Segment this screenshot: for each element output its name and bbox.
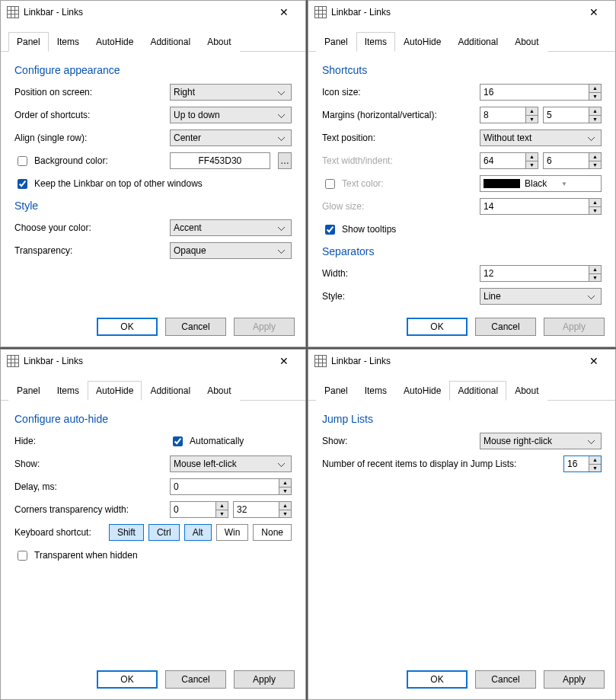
cancel-button[interactable]: Cancel: [475, 670, 536, 689]
textcolor-checkbox[interactable]: [325, 179, 335, 189]
cancel-button[interactable]: Cancel: [475, 318, 536, 336]
spinner-down-icon[interactable]: ▼: [216, 510, 228, 518]
tab-additional[interactable]: Additional: [142, 381, 199, 401]
ontop-checkbox[interactable]: [18, 179, 27, 189]
spinner-up-icon[interactable]: ▲: [279, 479, 291, 487]
align-select[interactable]: Center: [170, 129, 292, 146]
spinner-up-icon[interactable]: ▲: [216, 502, 228, 510]
tab-panel[interactable]: Panel: [316, 381, 356, 401]
spinner-up-icon[interactable]: ▲: [589, 199, 601, 207]
shift-toggle[interactable]: Shift: [109, 524, 144, 541]
tab-about[interactable]: About: [199, 32, 239, 52]
textcolor-checkbox-label[interactable]: Text color:: [322, 177, 480, 191]
tab-additional[interactable]: Additional: [449, 381, 506, 401]
textwidth-b-input[interactable]: [544, 153, 589, 168]
ok-button[interactable]: OK: [97, 318, 158, 336]
color-select[interactable]: Accent: [170, 219, 292, 236]
ok-button[interactable]: OK: [407, 318, 468, 336]
tab-panel[interactable]: Panel: [8, 32, 49, 52]
spinner-up-icon[interactable]: ▲: [526, 153, 538, 161]
ontop-checkbox-label[interactable]: Keep the Linkbar on top of other windows: [14, 177, 292, 191]
order-select[interactable]: Up to down: [170, 107, 292, 123]
apply-button[interactable]: Apply: [544, 670, 605, 689]
spinner-up-icon[interactable]: ▲: [279, 502, 291, 510]
cancel-button[interactable]: Cancel: [165, 318, 226, 336]
delay-input[interactable]: [171, 479, 279, 494]
auto-checkbox-label[interactable]: Automatically: [170, 434, 292, 449]
glow-label: Glow size:: [322, 201, 480, 212]
close-button[interactable]: ✕: [579, 2, 609, 23]
spinner-up-icon[interactable]: ▲: [589, 85, 601, 93]
close-button[interactable]: ✕: [579, 350, 609, 372]
spinner-up-icon[interactable]: ▲: [589, 153, 601, 161]
spinner-up-icon[interactable]: ▲: [589, 456, 601, 465]
close-button[interactable]: ✕: [269, 2, 299, 23]
spinner-down-icon[interactable]: ▼: [279, 487, 291, 495]
tooltips-checkbox[interactable]: [325, 225, 335, 235]
show-select[interactable]: Mouse left-click: [170, 455, 292, 472]
tab-autohide[interactable]: AutoHide: [88, 32, 142, 52]
ctrl-toggle[interactable]: Ctrl: [148, 524, 180, 541]
spinner-down-icon[interactable]: ▼: [589, 93, 601, 101]
position-select[interactable]: Right: [170, 84, 292, 101]
spinner-down-icon[interactable]: ▼: [589, 465, 601, 472]
spinner-down-icon[interactable]: ▼: [589, 274, 601, 282]
spinner-down-icon[interactable]: ▼: [526, 116, 538, 123]
textpos-select[interactable]: Without text: [480, 129, 602, 146]
tab-additional[interactable]: Additional: [142, 32, 199, 52]
sep-width-input[interactable]: [480, 266, 589, 281]
tab-items[interactable]: Items: [49, 381, 88, 401]
sep-style-select[interactable]: Line: [480, 288, 602, 305]
none-toggle[interactable]: None: [253, 524, 292, 541]
textwidth-a-input[interactable]: [480, 153, 525, 168]
spinner-down-icon[interactable]: ▼: [279, 510, 291, 518]
apply-button[interactable]: Apply: [544, 318, 605, 336]
tab-additional[interactable]: Additional: [449, 32, 506, 52]
spinner-up-icon[interactable]: ▲: [589, 266, 601, 274]
tab-items[interactable]: Items: [356, 381, 395, 401]
spinner-down-icon[interactable]: ▼: [589, 116, 601, 123]
textcolor-field[interactable]: Black ▼: [480, 175, 602, 192]
bgcolor-input[interactable]: [170, 152, 270, 169]
tab-panel[interactable]: Panel: [316, 32, 356, 52]
tooltips-checkbox-label[interactable]: Show tooltips: [322, 222, 602, 237]
glow-input[interactable]: [480, 199, 589, 214]
tab-items[interactable]: Items: [356, 32, 395, 52]
margins-h-input[interactable]: [480, 107, 525, 123]
ok-button[interactable]: OK: [407, 670, 468, 689]
spinner-up-icon[interactable]: ▲: [589, 107, 601, 116]
iconsize-input[interactable]: [480, 85, 589, 100]
bgcolor-picker-button[interactable]: …: [278, 152, 292, 169]
tab-about[interactable]: About: [506, 32, 547, 52]
transparent-checkbox[interactable]: [18, 551, 27, 561]
bgcolor-checkbox-label[interactable]: Background color:: [14, 154, 170, 168]
spinner-down-icon[interactable]: ▼: [589, 161, 601, 169]
transparent-checkbox-label[interactable]: Transparent when hidden: [14, 548, 292, 563]
spinner-down-icon[interactable]: ▼: [589, 207, 601, 215]
tab-autohide[interactable]: AutoHide: [395, 381, 449, 401]
spinner-up-icon[interactable]: ▲: [526, 107, 538, 116]
cancel-button[interactable]: Cancel: [165, 670, 226, 689]
corners-b-input[interactable]: [234, 502, 279, 517]
jl-recent-input[interactable]: [564, 456, 589, 471]
tab-autohide[interactable]: AutoHide: [395, 32, 449, 52]
textcolor-value: Black: [525, 178, 561, 189]
bgcolor-checkbox[interactable]: [18, 156, 27, 166]
spinner-down-icon[interactable]: ▼: [526, 161, 538, 169]
tab-about[interactable]: About: [199, 381, 239, 401]
margins-v-input[interactable]: [544, 107, 589, 123]
apply-button[interactable]: Apply: [234, 318, 295, 336]
tab-about[interactable]: About: [506, 381, 547, 401]
auto-checkbox[interactable]: [173, 436, 183, 446]
alt-toggle[interactable]: Alt: [184, 524, 212, 541]
corners-a-input[interactable]: [171, 502, 215, 517]
apply-button[interactable]: Apply: [234, 670, 295, 689]
transparency-select[interactable]: Opaque: [170, 242, 292, 259]
tab-panel[interactable]: Panel: [8, 381, 49, 401]
ok-button[interactable]: OK: [97, 670, 158, 689]
win-toggle[interactable]: Win: [216, 524, 249, 541]
close-button[interactable]: ✕: [269, 350, 299, 372]
tab-items[interactable]: Items: [49, 32, 88, 52]
tab-autohide[interactable]: AutoHide: [88, 381, 142, 401]
jl-show-select[interactable]: Mouse right-click: [480, 433, 602, 449]
